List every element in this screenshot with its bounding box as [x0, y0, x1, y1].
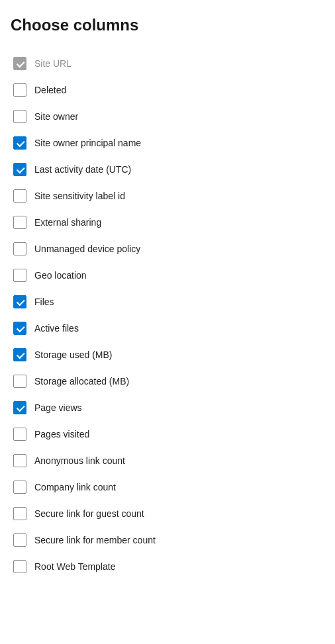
checkbox-item-pages-visited[interactable]: Pages visited: [11, 421, 324, 447]
label-company-link-count: Company link count: [34, 482, 116, 492]
checkbox-item-active-files[interactable]: Active files: [11, 315, 324, 342]
label-geo-location: Geo location: [34, 270, 87, 281]
label-secure-link-guest-count: Secure link for guest count: [34, 508, 144, 519]
label-unmanaged-device-policy: Unmanaged device policy: [34, 244, 140, 254]
label-site-url: Site URL: [34, 58, 72, 69]
checkbox-item-secure-link-member-count[interactable]: Secure link for member count: [11, 527, 324, 553]
checkbox-item-geo-location[interactable]: Geo location: [11, 262, 324, 289]
label-storage-allocated: Storage allocated (MB): [34, 376, 129, 387]
checkbox-secure-link-member-count[interactable]: [13, 533, 26, 547]
checkbox-root-web-template[interactable]: [13, 560, 26, 573]
checkbox-anonymous-link-count[interactable]: [13, 454, 26, 467]
label-root-web-template: Root Web Template: [34, 561, 115, 572]
column-list: Site URLDeletedSite ownerSite owner prin…: [11, 50, 324, 580]
checkbox-item-unmanaged-device-policy[interactable]: Unmanaged device policy: [11, 236, 324, 262]
checkbox-item-anonymous-link-count[interactable]: Anonymous link count: [11, 447, 324, 474]
checkbox-item-site-sensitivity-label-id[interactable]: Site sensitivity label id: [11, 183, 324, 209]
checkbox-company-link-count[interactable]: [13, 481, 26, 494]
label-site-sensitivity-label-id: Site sensitivity label id: [34, 191, 125, 201]
checkbox-external-sharing[interactable]: [13, 216, 26, 229]
checkbox-site-sensitivity-label-id[interactable]: [13, 189, 26, 203]
label-last-activity-date: Last activity date (UTC): [34, 164, 131, 175]
checkbox-storage-allocated[interactable]: [13, 375, 26, 388]
checkbox-item-site-url[interactable]: Site URL: [11, 50, 324, 77]
checkbox-secure-link-guest-count[interactable]: [13, 507, 26, 520]
label-active-files: Active files: [34, 323, 79, 334]
checkbox-item-page-views[interactable]: Page views: [11, 394, 324, 421]
checkbox-pages-visited[interactable]: [13, 428, 26, 441]
checkbox-deleted[interactable]: [13, 83, 26, 97]
checkbox-site-owner[interactable]: [13, 110, 26, 123]
checkbox-item-last-activity-date[interactable]: Last activity date (UTC): [11, 156, 324, 183]
label-pages-visited: Pages visited: [34, 429, 89, 439]
checkbox-item-secure-link-guest-count[interactable]: Secure link for guest count: [11, 500, 324, 527]
label-page-views: Page views: [34, 402, 82, 413]
label-anonymous-link-count: Anonymous link count: [34, 455, 125, 466]
checkbox-item-storage-used[interactable]: Storage used (MB): [11, 342, 324, 368]
checkbox-item-deleted[interactable]: Deleted: [11, 77, 324, 103]
checkbox-unmanaged-device-policy[interactable]: [13, 242, 26, 255]
checkbox-last-activity-date[interactable]: [13, 163, 26, 176]
checkbox-files[interactable]: [13, 295, 26, 308]
label-secure-link-member-count: Secure link for member count: [34, 535, 156, 545]
checkbox-site-url[interactable]: [13, 57, 26, 70]
checkbox-geo-location[interactable]: [13, 269, 26, 282]
checkbox-item-site-owner-principal-name[interactable]: Site owner principal name: [11, 130, 324, 156]
page-title: Choose columns: [11, 16, 324, 34]
checkbox-item-root-web-template[interactable]: Root Web Template: [11, 553, 324, 580]
label-external-sharing: External sharing: [34, 217, 101, 228]
checkbox-active-files[interactable]: [13, 322, 26, 335]
checkbox-storage-used[interactable]: [13, 348, 26, 361]
label-storage-used: Storage used (MB): [34, 349, 113, 360]
label-files: Files: [34, 297, 54, 307]
checkbox-page-views[interactable]: [13, 401, 26, 414]
label-site-owner-principal-name: Site owner principal name: [34, 138, 141, 148]
checkbox-site-owner-principal-name[interactable]: [13, 136, 26, 150]
checkbox-item-external-sharing[interactable]: External sharing: [11, 209, 324, 236]
checkbox-item-company-link-count[interactable]: Company link count: [11, 474, 324, 500]
label-site-owner: Site owner: [34, 111, 78, 122]
checkbox-item-storage-allocated[interactable]: Storage allocated (MB): [11, 368, 324, 394]
label-deleted: Deleted: [34, 85, 66, 95]
checkbox-item-site-owner[interactable]: Site owner: [11, 103, 324, 130]
checkbox-item-files[interactable]: Files: [11, 289, 324, 315]
